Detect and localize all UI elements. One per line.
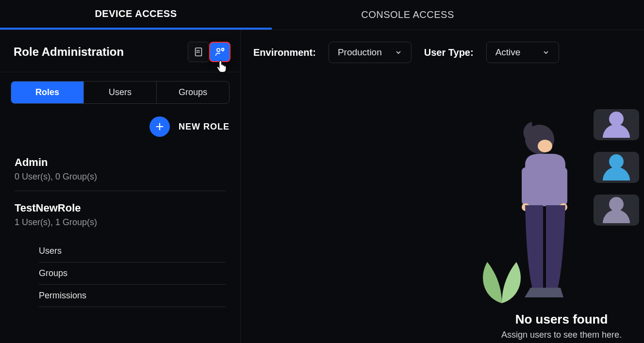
empty-state: No users found Assign users to see them … [484,109,639,340]
new-role-label[interactable]: NEW ROLE [179,122,230,132]
avatar-card [594,195,639,226]
user-type-select[interactable]: Active [486,42,559,63]
role-list: Admin 0 User(s), 0 Group(s) TestNewRole … [0,141,240,307]
svg-point-3 [197,52,198,52]
sidebar: Role Administration [0,30,241,343]
environment-select[interactable]: Production [329,42,412,63]
empty-title: No users found [484,312,639,327]
svg-rect-9 [522,167,529,205]
header-icon-group [188,42,231,62]
sublink-permissions[interactable]: Permissions [39,285,226,307]
svg-rect-10 [560,167,567,205]
segment-groups[interactable]: Groups [157,82,229,103]
role-item-testnewrole[interactable]: TestNewRole 1 User(s), 1 Group(s) [15,191,226,236]
avatar-card [594,152,639,183]
empty-subtitle: Assign users to see them here. [484,330,639,340]
chevron-down-icon [395,49,402,56]
environment-value: Production [338,47,382,58]
role-item-admin[interactable]: Admin 0 User(s), 0 Group(s) [15,146,226,191]
tab-console-access[interactable]: CONSOLE ACCESS [272,0,544,30]
page-title: Role Administration [14,45,124,59]
role-sublist: Users Groups Permissions [15,236,226,307]
avatar-card-stack [594,109,639,226]
svg-point-5 [217,49,220,51]
chevron-down-icon [542,49,550,56]
sublink-users[interactable]: Users [39,240,226,262]
svg-point-1 [197,50,198,51]
user-type-value: Active [495,47,521,58]
segment-users[interactable]: Users [84,82,157,103]
svg-point-4 [198,52,199,52]
environment-label: Environment: [253,47,316,58]
new-role-row: NEW ROLE [0,104,240,141]
empty-illustration [484,109,639,303]
role-subtitle: 0 User(s), 0 Group(s) [15,172,226,182]
role-name: TestNewRole [15,202,226,214]
device-settings-icon-button[interactable] [188,42,209,62]
user-type-label: User Type: [424,47,474,58]
svg-point-8 [538,140,552,152]
segment-roles[interactable]: Roles [11,82,84,103]
user-role-settings-icon-button[interactable] [209,42,231,62]
filter-bar: Environment: Production User Type: Activ… [253,42,644,63]
new-role-add-button[interactable] [149,116,170,137]
sublink-groups[interactable]: Groups [39,262,226,285]
main-area: Role Administration [0,30,644,343]
svg-point-2 [198,50,199,51]
content-area: Environment: Production User Type: Activ… [241,30,644,343]
role-name: Admin [15,156,226,169]
plus-icon [154,121,165,132]
avatar-card [594,109,639,140]
top-tabs: DEVICE ACCESS CONSOLE ACCESS [0,0,644,30]
tab-device-access[interactable]: DEVICE ACCESS [0,0,272,30]
person-icon [498,119,591,303]
segment-control: Roles Users Groups [11,81,230,104]
device-dots-icon [193,47,204,57]
user-gear-icon [214,46,226,58]
role-subtitle: 1 User(s), 1 Group(s) [15,217,226,228]
sidebar-header: Role Administration [0,30,240,72]
